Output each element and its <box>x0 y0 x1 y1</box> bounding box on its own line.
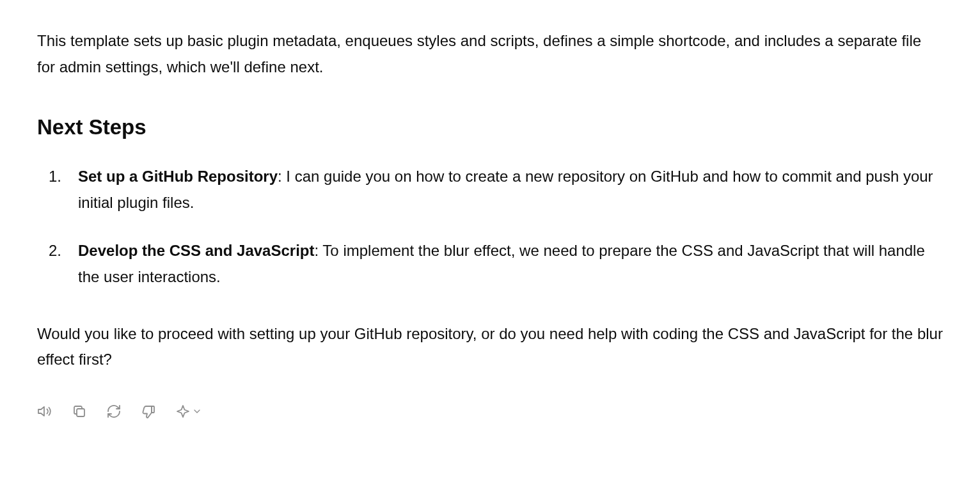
refresh-icon <box>106 404 122 421</box>
step-title: Develop the CSS and JavaScript <box>78 242 314 259</box>
thumbs-down-icon <box>141 404 156 421</box>
closing-paragraph: Would you like to proceed with setting u… <box>37 321 943 374</box>
step-title: Set up a GitHub Repository <box>78 168 278 185</box>
chevron-down-icon <box>192 406 202 418</box>
regenerate-button[interactable] <box>106 404 122 421</box>
next-steps-heading: Next Steps <box>37 114 943 141</box>
copy-icon <box>72 404 87 421</box>
sparkle-icon <box>175 404 191 421</box>
copy-button[interactable] <box>72 404 87 421</box>
read-aloud-button[interactable] <box>37 404 52 421</box>
svg-rect-0 <box>77 409 84 416</box>
change-model-button[interactable] <box>175 404 202 421</box>
list-item: Develop the CSS and JavaScript: To imple… <box>49 238 943 290</box>
dislike-button[interactable] <box>141 404 156 421</box>
steps-list: Set up a GitHub Repository: I can guide … <box>37 164 943 290</box>
list-item: Set up a GitHub Repository: I can guide … <box>49 164 943 216</box>
message-toolbar <box>37 404 943 421</box>
speaker-icon <box>37 404 52 421</box>
intro-paragraph: This template sets up basic plugin metad… <box>37 28 943 81</box>
